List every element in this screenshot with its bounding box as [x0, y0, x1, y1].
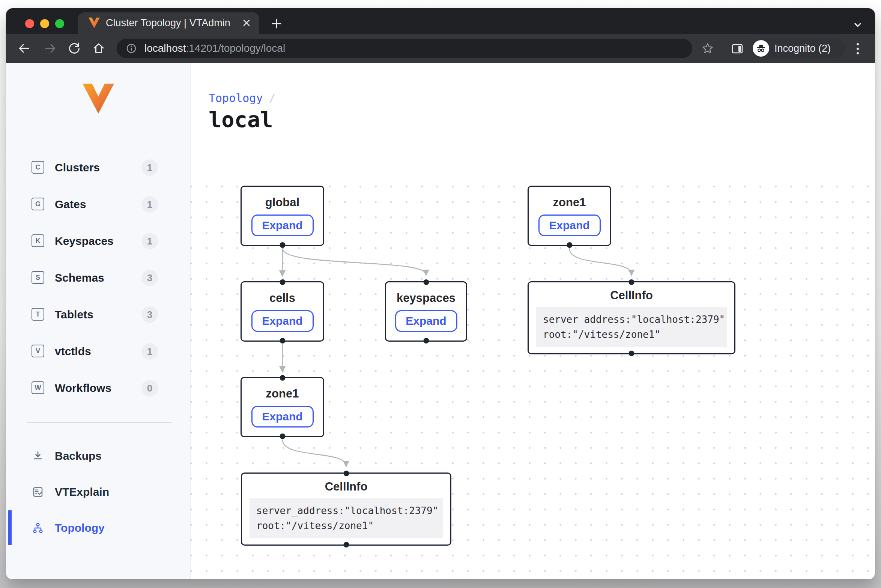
sidebar-item-label: Topology	[55, 510, 105, 546]
node-zone1-bottom[interactable]: zone1 Expand	[241, 377, 324, 437]
tab-close-icon[interactable]	[241, 17, 252, 28]
node-title: zone1	[266, 387, 299, 400]
keyspaces-count-badge: 1	[141, 233, 158, 249]
breadcrumb: Topology/	[209, 92, 276, 105]
cellinfo-code: server_address:"localhost:2379" root:"/v…	[250, 498, 443, 538]
node-handle	[280, 338, 285, 344]
reload-button[interactable]	[68, 42, 81, 55]
sidebar-item-tablets[interactable]: T Tablets 3	[6, 296, 190, 333]
vitess-logo	[83, 84, 114, 114]
expand-button-zone1-top[interactable]: Expand	[538, 214, 601, 236]
sidebar-item-label: Workflows	[55, 370, 111, 406]
node-title: zone1	[553, 196, 586, 209]
sidebar-item-keyspaces[interactable]: K Keyspaces 1	[6, 223, 190, 260]
forward-button[interactable]	[44, 42, 57, 55]
expand-button-zone1-bottom[interactable]: Expand	[251, 406, 314, 428]
schemas-count-badge: 3	[141, 270, 158, 286]
bookmark-star-icon[interactable]	[701, 42, 714, 55]
node-handle	[280, 434, 285, 439]
browser-menu-button[interactable]	[856, 42, 859, 56]
sidebar: C Clusters 1 G Gates 1 K Keyspaces 1 S S…	[6, 63, 191, 579]
page-title: local	[209, 107, 273, 132]
workflows-letter-icon: W	[32, 381, 44, 394]
sidebar-item-label: Clusters	[55, 149, 100, 186]
browser-tab[interactable]: Cluster Topology | VTAdmin	[78, 12, 259, 34]
sidebar-item-backups[interactable]: Backups	[6, 438, 190, 474]
new-tab-button[interactable]	[271, 18, 282, 29]
breadcrumb-topology-link[interactable]: Topology	[209, 92, 263, 105]
node-zone1-top[interactable]: zone1 Expand	[528, 186, 611, 246]
keyspaces-letter-icon: K	[32, 234, 44, 247]
tab-strip: Cluster Topology | VTAdmin	[6, 8, 875, 34]
edge-global-keyspaces	[283, 248, 426, 274]
tab-title: Cluster Topology | VTAdmin	[106, 12, 230, 34]
vitess-favicon	[89, 17, 100, 28]
expand-button-global[interactable]: Expand	[251, 214, 314, 236]
sidebar-item-vtexplain[interactable]: VTExplain	[6, 474, 190, 510]
address-bar[interactable]: localhost:14201/topology/local	[117, 39, 692, 58]
window-fullscreen-button[interactable]	[55, 19, 64, 28]
incognito-profile-button[interactable]: Incognito (2)	[751, 39, 845, 58]
node-handle	[280, 242, 285, 248]
node-title: cells	[269, 291, 295, 305]
node-handle	[343, 471, 349, 476]
incognito-label: Incognito (2)	[774, 39, 831, 58]
url-path: :14201/topology/local	[186, 42, 286, 54]
back-button[interactable]	[17, 42, 31, 55]
browser-toolbar: localhost:14201/topology/local Incognito…	[6, 34, 875, 63]
node-handle	[629, 351, 634, 356]
code-line: root:"/vitess/zone1"	[543, 327, 720, 342]
window-close-button[interactable]	[25, 19, 34, 28]
sidebar-item-label: Keyspaces	[55, 223, 114, 260]
active-nav-indicator	[8, 510, 12, 545]
sidebar-item-clusters[interactable]: C Clusters 1	[6, 149, 190, 186]
gates-letter-icon: G	[32, 198, 44, 210]
topology-canvas[interactable]: global Expand zone1 Expand cells Expand …	[190, 172, 875, 579]
clusters-count-badge: 1	[141, 159, 158, 176]
node-cells[interactable]: cells Expand	[241, 281, 324, 342]
sidebar-item-topology[interactable]: Topology	[6, 510, 190, 546]
node-handle	[343, 542, 349, 548]
node-cellinfo-bottom[interactable]: CellInfo server_address:"localhost:2379"…	[241, 472, 451, 546]
node-title: keyspaces	[397, 291, 456, 305]
home-button[interactable]	[92, 42, 105, 55]
sidebar-item-schemas[interactable]: S Schemas 3	[6, 260, 190, 296]
url-text: localhost:14201/topology/local	[144, 39, 285, 58]
node-handle	[423, 338, 429, 344]
sidebar-item-label: Backups	[55, 438, 102, 474]
browser-window: Cluster Topology | VTAdmin	[6, 8, 875, 579]
sidebar-item-label: Tablets	[55, 296, 93, 333]
sidebar-item-label: vtctlds	[55, 333, 91, 370]
node-handle	[567, 242, 572, 248]
node-handle	[280, 279, 285, 285]
incognito-avatar	[753, 40, 769, 57]
node-handle	[423, 279, 429, 285]
edge-zone1top-cellinfo	[570, 248, 632, 274]
node-cellinfo-right[interactable]: CellInfo server_address:"localhost:2379"…	[528, 281, 735, 354]
node-title: global	[265, 196, 299, 209]
node-keyspaces[interactable]: keyspaces Expand	[385, 281, 467, 342]
code-line: server_address:"localhost:2379"	[543, 312, 720, 327]
side-panel-icon[interactable]	[731, 42, 744, 55]
url-host: localhost	[144, 42, 186, 54]
node-global[interactable]: global Expand	[241, 186, 324, 246]
tab-search-chevron-icon[interactable]	[852, 19, 864, 31]
breadcrumb-separator: /	[269, 92, 276, 105]
expand-button-cells[interactable]: Expand	[251, 310, 314, 332]
sidebar-item-vtctlds[interactable]: V vtctlds 1	[6, 333, 190, 370]
workflows-count-badge: 0	[141, 380, 158, 396]
tablets-letter-icon: T	[32, 308, 44, 321]
tablets-count-badge: 3	[141, 306, 158, 323]
sidebar-item-gates[interactable]: G Gates 1	[6, 186, 190, 223]
window-minimize-button[interactable]	[40, 19, 49, 28]
vtctlds-letter-icon: V	[32, 345, 44, 357]
site-info-icon[interactable]	[126, 43, 137, 54]
document-check-icon	[32, 486, 44, 498]
download-icon	[32, 450, 44, 462]
sidebar-item-workflows[interactable]: W Workflows 0	[6, 370, 190, 406]
incognito-icon	[756, 43, 766, 54]
sidebar-item-label: VTExplain	[55, 474, 109, 510]
expand-button-keyspaces[interactable]: Expand	[395, 310, 457, 332]
topology-icon	[32, 522, 44, 534]
node-title: CellInfo	[529, 289, 734, 302]
